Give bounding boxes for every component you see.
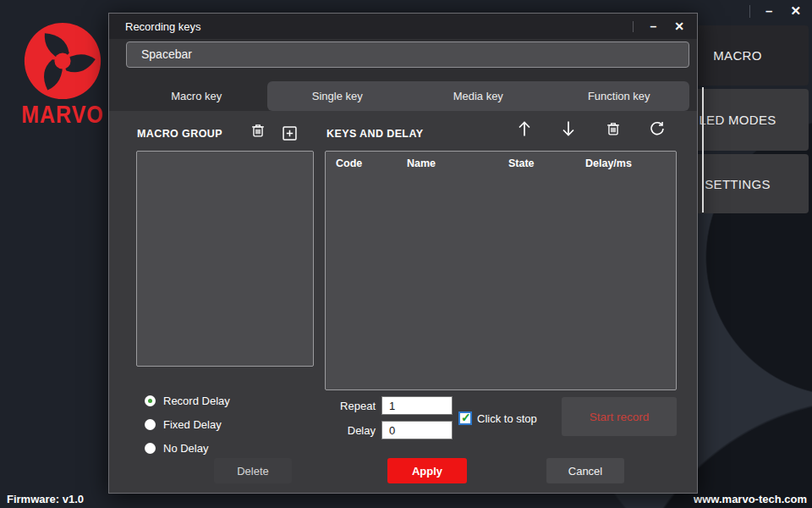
radio-label: Record Delay <box>163 395 230 407</box>
move-up-button[interactable] <box>513 118 535 140</box>
keys-delay-title: KEYS AND DELAY <box>326 128 423 140</box>
start-record-button[interactable]: Start record <box>562 397 677 436</box>
delete-group-button[interactable] <box>247 119 269 141</box>
radio-no-delay[interactable]: No Delay <box>145 439 208 456</box>
recording-keys-dialog: Recording keys – ✕ Spacebar Macro key Si… <box>108 13 698 494</box>
radio-button-icon[interactable] <box>145 419 156 430</box>
radio-button-icon[interactable] <box>145 443 156 454</box>
delay-input[interactable] <box>381 421 453 439</box>
brand-wordmark: MARVO <box>19 101 107 129</box>
window-controls-divider <box>749 5 750 18</box>
delay-label: Delay <box>325 424 376 437</box>
macro-tab-content: MACRO GROUP KEYS AND DELAY <box>109 111 697 493</box>
column-header-name: Name <box>407 157 508 169</box>
brand-logo: MARVO <box>19 20 107 127</box>
macro-group-list[interactable] <box>136 151 314 367</box>
app-window: MARVO – ✕ MACRO LED MODES SETTINGS Firmw… <box>0 0 812 508</box>
trash-icon <box>604 119 623 138</box>
keys-table[interactable]: Code Name State Delay/ms <box>325 151 677 390</box>
app-minimize-button[interactable]: – <box>763 3 775 19</box>
cancel-button[interactable]: Cancel <box>546 458 624 483</box>
move-down-button[interactable] <box>557 118 579 140</box>
keys-table-header: Code Name State Delay/ms <box>326 152 676 169</box>
website-link: www.marvo-tech.com <box>694 493 807 505</box>
key-capture-field[interactable]: Spacebar <box>126 41 689 68</box>
column-header-delay: Delay/ms <box>585 157 676 169</box>
radio-fixed-delay[interactable]: Fixed Delay <box>145 416 222 433</box>
apply-button[interactable]: Apply <box>387 458 467 483</box>
refresh-icon <box>648 119 667 138</box>
dialog-minimize-button[interactable]: – <box>648 19 658 33</box>
app-close-button[interactable]: ✕ <box>787 3 804 19</box>
repeat-label: Repeat <box>325 400 376 412</box>
move-down-icon <box>558 119 579 139</box>
tab-single-key[interactable]: Single key <box>267 81 409 111</box>
delete-key-button[interactable] <box>602 118 624 140</box>
delete-button[interactable]: Delete <box>214 458 292 483</box>
dialog-titlebar: Recording keys – ✕ <box>109 14 697 39</box>
repeat-input[interactable] <box>381 396 453 415</box>
key-type-tabs: Macro key Single key Media key Function … <box>126 81 689 111</box>
dialog-controls-divider <box>633 21 634 32</box>
refresh-button[interactable] <box>646 118 668 140</box>
column-header-code: Code <box>336 157 407 169</box>
add-group-button[interactable] <box>278 122 300 144</box>
firmware-version: Firmware: v1.0 <box>7 493 84 505</box>
app-window-controls: – ✕ <box>749 2 804 20</box>
radio-label: No Delay <box>163 442 208 455</box>
add-icon <box>283 126 297 141</box>
column-header-state: State <box>508 157 585 169</box>
tab-function-key[interactable]: Function key <box>549 81 690 111</box>
tab-macro-key[interactable]: Macro key <box>126 81 267 111</box>
radio-record-delay[interactable]: Record Delay <box>145 392 230 409</box>
tab-media-key[interactable]: Media key <box>408 81 549 111</box>
radio-label: Fixed Delay <box>163 418 222 431</box>
dialog-window-controls: – ✕ <box>633 19 686 33</box>
click-to-stop-label: Click to stop <box>477 412 537 425</box>
dialog-title: Recording keys <box>125 20 201 33</box>
radio-button-icon[interactable] <box>145 395 156 406</box>
trash-icon <box>249 121 267 140</box>
dialog-close-button[interactable]: ✕ <box>672 19 686 33</box>
click-to-stop-checkbox[interactable] <box>458 411 472 425</box>
move-up-icon <box>514 119 535 139</box>
macro-group-title: MACRO GROUP <box>137 128 222 140</box>
marvo-falcon-icon <box>22 20 103 102</box>
sidebar-edge-highlight <box>702 87 704 213</box>
